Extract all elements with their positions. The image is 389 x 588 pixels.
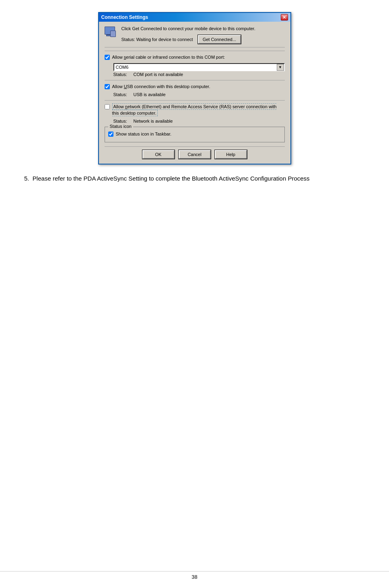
- network-checkbox-row: Allow network (Ethernet) and Remote Acce…: [105, 104, 285, 116]
- help-button[interactable]: Help: [215, 150, 247, 159]
- divider-2: [105, 80, 285, 80]
- dialog-close-button[interactable]: ✕: [281, 14, 288, 21]
- usb-indent: Status: USB is available: [113, 92, 285, 97]
- serial-checkbox-row: Allow serial cable or infrared connectio…: [105, 54, 285, 60]
- dialog-body: Click Get Connected to connect your mobi…: [99, 22, 290, 164]
- usb-checkbox[interactable]: [105, 84, 110, 89]
- serial-status-label: Status:: [113, 72, 134, 77]
- serial-status-value: COM port is not available: [134, 72, 183, 77]
- top-status-text: Status: Waiting for device to connect: [121, 37, 193, 42]
- usb-checkbox-row: Allow USB connection with this desktop c…: [105, 84, 285, 90]
- network-checkbox[interactable]: [105, 104, 110, 109]
- network-status-value: Network is available: [134, 119, 173, 123]
- usb-status-value: USB is available: [134, 92, 166, 97]
- page-number-bar: 38: [0, 571, 389, 580]
- cancel-button[interactable]: Cancel: [179, 150, 211, 159]
- com-port-select[interactable]: COM6: [113, 63, 285, 71]
- divider-1: [105, 51, 285, 51]
- usb-status-label: Status:: [113, 92, 134, 97]
- step5-content: Please refer to the PDA ActiveSync Setti…: [33, 175, 310, 182]
- usb-checkbox-label: Allow USB connection with this desktop c…: [112, 84, 210, 90]
- device-icon-area: [105, 27, 117, 41]
- usb-status-row: Status: USB is available: [113, 92, 285, 97]
- step5-number: 5.: [24, 175, 29, 182]
- computer-icon: [105, 27, 117, 41]
- dialog-title: Connection Settings: [101, 14, 148, 20]
- taskbar-icon-label: Show status icon in Taskbar.: [116, 131, 172, 137]
- top-description: Click Get Connected to connect your mobi…: [121, 26, 285, 32]
- dialog-wrapper: Connection Settings ✕: [24, 12, 365, 164]
- status-icon-group: Status icon Show status icon in Taskbar.: [105, 127, 285, 142]
- page-number: 38: [191, 574, 197, 580]
- taskbar-icon-checkbox[interactable]: [108, 132, 113, 137]
- serial-checkbox-label: Allow serial cable or infrared connectio…: [112, 54, 225, 60]
- top-status-row: Status: Waiting for device to connect Ge…: [121, 35, 285, 44]
- network-checkbox-label: Allow network (Ethernet) and Remote Acce…: [112, 104, 285, 116]
- top-section: Click Get Connected to connect your mobi…: [105, 26, 285, 47]
- network-status-label: Status:: [113, 119, 134, 123]
- network-indent: Status: Network is available: [113, 119, 285, 123]
- ok-button[interactable]: OK: [142, 150, 175, 159]
- top-section-text: Click Get Connected to connect your mobi…: [121, 26, 285, 44]
- step5-text: 5. Please refer to the PDA ActiveSync Se…: [24, 174, 365, 183]
- serial-status-row: Status: COM port is not available: [113, 72, 285, 77]
- connection-settings-dialog: Connection Settings ✕: [98, 12, 291, 164]
- com-port-select-wrapper: COM6: [113, 63, 285, 71]
- taskbar-icon-checkbox-row: Show status icon in Taskbar.: [108, 131, 281, 137]
- serial-indent: COM6 Status: COM port is not available: [113, 63, 285, 77]
- serial-checkbox[interactable]: [105, 55, 110, 60]
- dialog-titlebar: Connection Settings ✕: [99, 13, 290, 22]
- dialog-buttons: OK Cancel Help: [105, 146, 285, 159]
- network-label-span: Allow network (Ethernet) and Remote Acce…: [112, 103, 277, 116]
- group-box-label: Status icon: [108, 124, 133, 129]
- divider-3: [105, 100, 285, 101]
- network-status-row: Status: Network is available: [113, 119, 285, 123]
- get-connected-button[interactable]: Get Connected...: [198, 35, 241, 44]
